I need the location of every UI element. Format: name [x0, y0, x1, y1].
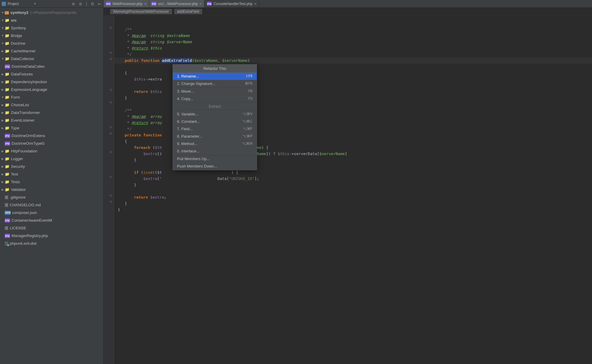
- collapse-icon[interactable]: ⇤: [98, 1, 102, 6]
- popup-menu-item[interactable]: 5. Variable...⌥⌘V: [173, 110, 257, 118]
- expand-arrow-icon[interactable]: [1, 178, 4, 186]
- tree-item[interactable]: Tests: [0, 178, 103, 186]
- close-icon[interactable]: ×: [200, 1, 202, 6]
- editor-tab[interactable]: src/.../WebProcessor.php×: [149, 0, 205, 7]
- php-icon: [5, 65, 10, 69]
- tree-item[interactable]: src: [0, 17, 103, 24]
- tree-item[interactable]: Security: [0, 163, 103, 170]
- editor-tab[interactable]: WebProcessor.php×: [104, 0, 149, 7]
- expand-arrow-icon[interactable]: [1, 9, 4, 17]
- expand-arrow-icon[interactable]: [1, 109, 4, 117]
- tree-item[interactable]: Symfony: [0, 24, 103, 32]
- popup-menu-item[interactable]: 0. Interface...: [173, 147, 257, 155]
- tree-item[interactable]: ExpressionLanguage: [0, 86, 103, 94]
- fold-icon[interactable]: [110, 175, 112, 178]
- autoscroll-to-source-icon[interactable]: ⊕: [72, 1, 75, 6]
- popup-menu-item[interactable]: Push Members Down...: [173, 162, 257, 170]
- popup-menu-item[interactable]: 3. Move...F6: [173, 88, 257, 95]
- popup-menu-item[interactable]: 7. Field...⌥⌘F: [173, 125, 257, 133]
- tree-item[interactable]: DependencyInjection: [0, 78, 103, 86]
- tree-item[interactable]: Doctrine: [0, 40, 103, 47]
- expand-arrow-icon[interactable]: [1, 186, 4, 194]
- expand-arrow-icon[interactable]: [1, 47, 4, 55]
- tree-item[interactable]: .gitignore: [0, 194, 103, 201]
- expand-arrow-icon[interactable]: [1, 40, 4, 47]
- tree-item[interactable]: CHANGELOG.md: [0, 201, 103, 209]
- xml-icon: [5, 241, 8, 246]
- tree-item[interactable]: DataFixtures: [0, 70, 103, 78]
- tree-item[interactable]: Test: [0, 170, 103, 178]
- tree-item[interactable]: Validator: [0, 186, 103, 194]
- breadcrumb-method[interactable]: addExtraField: [174, 9, 202, 14]
- expand-arrow-icon[interactable]: [1, 55, 4, 63]
- expand-arrow-icon[interactable]: [1, 70, 4, 78]
- tree-item[interactable]: Bridge: [0, 32, 103, 40]
- tree-root[interactable]: symfony2 (~/PhpstormProjects/symfo: [0, 9, 103, 17]
- breadcrumb-namespace[interactable]: \Monolog\Processor\WebProcessor: [110, 9, 172, 14]
- php-file-icon: [106, 2, 111, 6]
- tree-item[interactable]: composer.json: [0, 209, 103, 217]
- tree-item[interactable]: HttpFoundation: [0, 147, 103, 155]
- fold-icon[interactable]: [110, 200, 112, 203]
- expand-arrow-icon[interactable]: [1, 24, 4, 32]
- tree-item[interactable]: ManagerRegistry.php: [0, 232, 103, 240]
- popup-menu-item[interactable]: 9. Method...⌥⌘M: [173, 140, 257, 147]
- code-area[interactable]: /** * @param string $extraName * @param …: [104, 15, 592, 364]
- tree-item[interactable]: phpunit.xml.dist: [0, 240, 103, 247]
- editor-tab[interactable]: ConsoleHandlerTest.php×: [205, 0, 259, 7]
- fold-icon[interactable]: [110, 132, 112, 135]
- expand-arrow-icon[interactable]: [1, 147, 4, 155]
- fold-icon[interactable]: [110, 194, 112, 197]
- tree-item[interactable]: DataCollector: [0, 55, 103, 63]
- tree-item[interactable]: ContainerAwareEventM: [0, 217, 103, 224]
- refactor-this-popup: Refactor This 1. Rename...⇧F62. Change S…: [173, 64, 257, 170]
- popup-menu-item[interactable]: 2. Change Signature...⌘F6: [173, 80, 257, 87]
- expand-arrow-icon[interactable]: [1, 32, 4, 40]
- fold-icon[interactable]: [110, 88, 112, 91]
- tree-item[interactable]: LICENSE: [0, 224, 103, 232]
- tree-item[interactable]: CacheWarmer: [0, 47, 103, 55]
- expand-arrow-icon[interactable]: [1, 78, 4, 86]
- expand-arrow-icon[interactable]: [1, 17, 4, 24]
- tree-item[interactable]: DoctrineOrmTypeG: [0, 140, 103, 147]
- fold-icon[interactable]: [110, 26, 112, 29]
- popup-menu-item[interactable]: Pull Members Up...: [173, 155, 257, 162]
- settings-gear-icon[interactable]: ⚙: [91, 1, 94, 6]
- expand-arrow-icon[interactable]: [1, 86, 4, 94]
- expand-arrow-icon[interactable]: [1, 155, 4, 163]
- expand-arrow-icon[interactable]: [1, 101, 4, 109]
- tree-item[interactable]: DoctrineDataCollec: [0, 63, 103, 70]
- tree-item[interactable]: DoctrineOrmExtens: [0, 132, 103, 140]
- expand-arrow-icon[interactable]: [1, 170, 4, 178]
- expand-arrow-icon[interactable]: [1, 94, 4, 101]
- tree-item[interactable]: DataTransformer: [0, 109, 103, 117]
- editor-area: WebProcessor.php×src/.../WebProcessor.ph…: [104, 0, 592, 364]
- autoscroll-from-source-icon[interactable]: ⊕: [79, 1, 82, 6]
- folder-icon: [5, 49, 9, 53]
- fold-icon[interactable]: [110, 51, 112, 54]
- popup-menu-item[interactable]: 4. Copy...F5: [173, 95, 257, 102]
- tree-item[interactable]: ChoiceList: [0, 101, 103, 109]
- expand-arrow-icon[interactable]: [1, 163, 4, 170]
- fold-icon[interactable]: [110, 101, 112, 104]
- tree-item[interactable]: Type: [0, 124, 103, 132]
- txt-icon: [5, 195, 8, 199]
- tree-item[interactable]: Logger: [0, 155, 103, 163]
- close-icon[interactable]: ×: [254, 1, 257, 6]
- popup-item-label: Pull Members Up...: [177, 157, 210, 161]
- popup-menu-item[interactable]: 6. Constant...⌥⌘C: [173, 118, 257, 125]
- popup-menu-item[interactable]: 8. Parameter...⌥⌘P: [173, 133, 257, 140]
- expand-arrow-icon[interactable]: [1, 117, 4, 124]
- fold-icon[interactable]: [110, 150, 112, 154]
- project-dropdown-arrow[interactable]: ▼: [33, 2, 36, 5]
- popup-item-label: 4. Copy...: [177, 96, 193, 101]
- expand-arrow-icon[interactable]: [1, 124, 4, 132]
- fold-icon[interactable]: [110, 125, 112, 129]
- tab-label: src/.../WebProcessor.php: [158, 2, 198, 6]
- tree-item[interactable]: EventListener: [0, 117, 103, 124]
- tree-item[interactable]: Form: [0, 94, 103, 101]
- close-icon[interactable]: ×: [144, 1, 147, 6]
- popup-item-shortcut: F6: [248, 89, 252, 94]
- popup-menu-item[interactable]: 1. Rename...⇧F6: [173, 73, 257, 80]
- fold-icon[interactable]: [110, 57, 112, 60]
